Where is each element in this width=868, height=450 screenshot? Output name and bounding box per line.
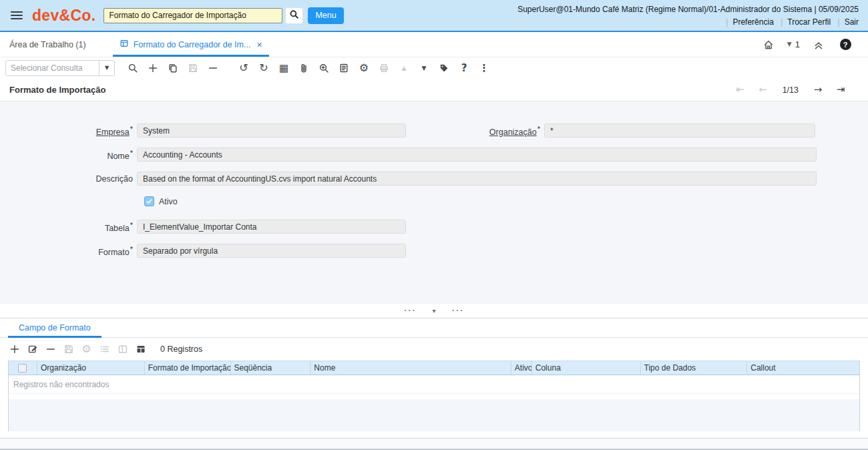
label-icon[interactable]	[434, 59, 454, 77]
record-pager: 1/13	[783, 85, 799, 95]
hamburger-menu-icon[interactable]	[11, 11, 23, 20]
record-header: Formato de Importação ⇤← 1/13 →⇥	[0, 79, 868, 101]
grid-row-blank	[9, 394, 859, 399]
collapse-panel-icon[interactable]	[114, 341, 132, 358]
page-title: Formato de Importação	[9, 85, 105, 95]
saved-query-combobox: ▼	[5, 60, 115, 76]
copy-record-icon[interactable]	[163, 59, 183, 77]
saved-query-input[interactable]	[6, 61, 99, 75]
search-icon	[289, 9, 299, 21]
empresa-field[interactable]: System	[137, 124, 406, 138]
more-options-icon[interactable]: ⋮	[474, 59, 494, 77]
help-button[interactable]: ?	[832, 39, 859, 50]
required-marker: *	[130, 221, 133, 229]
parent-record-icon[interactable]: ▲	[394, 59, 414, 77]
detail-pane: Campo de Formato ⚙ 0 Registros Organizaç…	[0, 318, 868, 450]
grid-column-header[interactable]: Organização	[37, 361, 145, 375]
save-icon[interactable]	[183, 59, 203, 77]
select-all-checkbox[interactable]	[18, 364, 27, 373]
delete-row-icon[interactable]	[41, 341, 59, 358]
open-windows-selector[interactable]: ▼ 1	[782, 39, 805, 49]
close-tab-icon[interactable]: ×	[256, 39, 262, 50]
grid-row-stripe	[9, 399, 859, 431]
tab-campo-de-formato[interactable]: Campo de Formato	[8, 318, 101, 337]
customize-grid-icon[interactable]	[95, 341, 114, 358]
splitter-collapse-icon[interactable]: ▾	[432, 308, 435, 314]
edit-row-icon[interactable]	[23, 341, 41, 358]
splitter-handle-icon[interactable]: ···	[452, 307, 465, 314]
grid-empty-message: Registros não encontrados	[9, 375, 859, 394]
grid-column-header[interactable]: Nome	[310, 361, 511, 375]
formato-label: Formato	[98, 248, 130, 257]
detail-tabbar: Campo de Formato	[0, 318, 868, 338]
undo-icon[interactable]: ↺	[234, 59, 254, 77]
nome-field[interactable]: Accounting - Accounts	[137, 148, 817, 162]
last-record-icon[interactable]: ⇥	[829, 81, 852, 99]
new-record-icon[interactable]	[143, 59, 163, 77]
logout-link[interactable]: Sair	[845, 17, 859, 27]
search-button[interactable]	[285, 7, 303, 24]
tabela-field[interactable]: I_ElementValue_Importar Conta	[137, 220, 406, 234]
app-header: dev&Co. Menu SuperUser@01-Mundo Café Mat…	[0, 0, 868, 32]
grid-column-header[interactable]: Coluna	[532, 361, 641, 375]
collapse-header-icon[interactable]	[805, 39, 832, 51]
ativo-checkbox[interactable]	[144, 196, 154, 206]
splitter-handle-icon[interactable]: ···	[404, 307, 417, 314]
open-windows-count: 1	[795, 39, 800, 49]
chevron-down-icon: ▼	[787, 41, 792, 47]
zoom-across-icon[interactable]	[314, 59, 334, 77]
record-navigation: ⇤← 1/13 →⇥	[729, 81, 859, 99]
first-record-icon[interactable]: ⇤	[729, 81, 752, 99]
organizacao-label[interactable]: Organização	[489, 128, 537, 137]
detail-record-icon[interactable]: ▼	[414, 59, 434, 77]
grid-column-header[interactable]: Seqüência	[231, 361, 311, 375]
record-info-icon[interactable]	[334, 59, 354, 77]
combobox-caret-icon[interactable]: ▼	[99, 61, 114, 75]
toggle-grid-icon[interactable]: ▦	[274, 59, 294, 77]
window-icon	[120, 39, 129, 50]
empresa-label[interactable]: Empresa	[96, 128, 130, 137]
previous-record-icon[interactable]: ←	[752, 81, 775, 99]
print-icon[interactable]	[374, 59, 394, 77]
ativo-label: Ativo	[159, 197, 178, 206]
find-icon[interactable]	[123, 59, 143, 77]
next-record-icon[interactable]: →	[807, 81, 829, 99]
detail-grid: OrganizaçãoFormato de ImportaçãoSeqüênci…	[8, 361, 860, 431]
required-marker: *	[130, 125, 133, 133]
grid-column-header[interactable]: Formato de Importação	[145, 361, 231, 375]
tab-workspace[interactable]: Área de Trabalho (1)	[9, 32, 86, 57]
grid-column-header[interactable]: Ativo	[511, 361, 532, 375]
organizacao-field[interactable]: *	[544, 124, 815, 138]
switch-role-link[interactable]: Trocar Perfil	[787, 17, 831, 27]
help-icon[interactable]: ?	[454, 59, 474, 77]
grid-column-header[interactable]: Callout	[747, 361, 859, 375]
save-row-icon[interactable]	[59, 341, 77, 358]
tab-label: Formato do Carregador de Im...	[134, 40, 251, 49]
grid-column-header[interactable]: Tipo de Dados	[641, 361, 748, 375]
panel-splitter[interactable]: ··· ▾ ···	[0, 304, 868, 318]
required-marker: *	[130, 245, 133, 253]
toolbar-buttons: ↺↻▦⚙▲▼?⋮	[123, 59, 494, 77]
tabela-label: Tabela	[105, 224, 130, 233]
delete-record-icon[interactable]	[203, 59, 223, 77]
window-tabbar: Área de Trabalho (1) Formato do Carregad…	[0, 32, 868, 57]
process-row-icon[interactable]: ⚙	[77, 341, 95, 358]
process-icon[interactable]: ⚙	[354, 59, 374, 77]
global-search-input[interactable]	[103, 8, 282, 23]
detail-toolbar: ⚙ 0 Registros	[0, 338, 868, 361]
descricao-field[interactable]: Based on the format of AccountingUS.cvs …	[137, 172, 817, 186]
refresh-icon[interactable]: ↻	[254, 59, 274, 77]
attachment-icon[interactable]	[294, 59, 314, 77]
descricao-label: Descrição	[95, 174, 133, 184]
record-form: Empresa* System Organização* * Nome* Acc…	[0, 101, 868, 304]
app-logo: dev&Co.	[32, 7, 95, 25]
new-row-icon[interactable]	[5, 341, 23, 358]
help-icon: ?	[840, 39, 851, 50]
tab-import-loader-format[interactable]: Formato do Carregador de Im... ×	[117, 32, 265, 57]
user-session-info: SuperUser@01-Mundo Café Matriz (Regime N…	[517, 5, 859, 14]
formato-field[interactable]: Separado por vírgula	[137, 244, 406, 258]
grid-view-icon[interactable]	[132, 341, 150, 358]
menu-button[interactable]: Menu	[308, 7, 343, 24]
home-icon[interactable]	[755, 39, 782, 51]
preference-link[interactable]: Preferência	[732, 17, 773, 27]
